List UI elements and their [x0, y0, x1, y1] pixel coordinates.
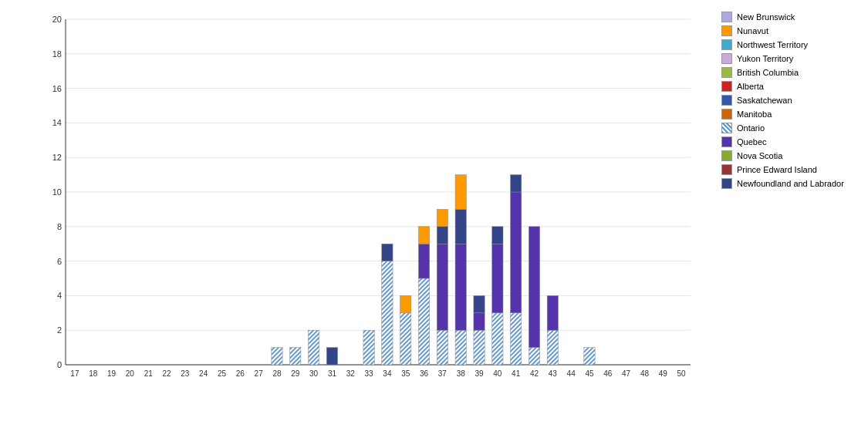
svg-text:40: 40 — [493, 369, 502, 378]
svg-rect-63 — [326, 348, 337, 365]
svg-text:2: 2 — [57, 325, 62, 335]
svg-rect-85 — [492, 227, 503, 244]
chart-svg: 0246810121416182017181920212223242526272… — [42, 15, 698, 392]
svg-text:24: 24 — [199, 369, 208, 378]
legend-label: Yukon Territory — [737, 54, 793, 63]
chart-inner: 0246810121416182017181920212223242526272… — [42, 15, 698, 392]
svg-text:16: 16 — [52, 84, 62, 93]
svg-text:31: 31 — [328, 369, 337, 378]
svg-rect-87 — [511, 192, 522, 313]
svg-rect-66 — [382, 244, 393, 261]
chart-area: 0246810121416182017181920212223242526272… — [0, 0, 714, 438]
svg-text:23: 23 — [181, 369, 190, 378]
svg-text:26: 26 — [236, 369, 245, 378]
svg-text:32: 32 — [346, 369, 356, 378]
svg-text:37: 37 — [438, 369, 448, 378]
svg-rect-82 — [474, 295, 485, 312]
svg-text:30: 30 — [309, 369, 319, 378]
legend-label: Saskatchewan — [737, 96, 792, 105]
legend-item: Quebec — [721, 136, 860, 147]
svg-text:33: 33 — [365, 369, 374, 378]
svg-text:28: 28 — [272, 369, 282, 378]
legend-color-box — [721, 109, 732, 120]
legend: New BrunswickNunavutNorthwest TerritoryY… — [714, 0, 868, 438]
svg-rect-71 — [418, 227, 429, 244]
legend-item: Nova Scotia — [721, 150, 860, 161]
svg-text:17: 17 — [70, 369, 79, 378]
legend-item: Nunavut — [721, 25, 860, 36]
legend-item: Prince Edward Island — [721, 164, 860, 175]
legend-item: Northwest Territory — [721, 39, 860, 50]
svg-rect-69 — [418, 278, 429, 365]
legend-label: Nova Scotia — [737, 151, 782, 160]
svg-rect-73 — [437, 244, 448, 330]
legend-item: Yukon Territory — [721, 53, 860, 64]
legend-item: Newfoundland and Labrador — [721, 178, 860, 189]
legend-label: Nunavut — [737, 26, 768, 35]
svg-rect-84 — [492, 244, 503, 313]
svg-text:18: 18 — [52, 49, 62, 59]
svg-text:10: 10 — [52, 187, 62, 197]
svg-rect-89 — [529, 348, 539, 365]
legend-label: British Columbia — [737, 68, 799, 77]
svg-text:22: 22 — [162, 369, 171, 378]
legend-color-box — [721, 123, 732, 133]
svg-text:20: 20 — [52, 15, 62, 24]
svg-text:19: 19 — [107, 369, 117, 378]
svg-text:46: 46 — [603, 369, 613, 378]
legend-label: Alberta — [737, 82, 764, 91]
svg-text:35: 35 — [401, 369, 410, 378]
svg-text:48: 48 — [640, 369, 650, 378]
svg-text:29: 29 — [291, 369, 300, 378]
svg-text:42: 42 — [530, 369, 539, 378]
svg-text:38: 38 — [457, 369, 466, 378]
svg-rect-76 — [455, 330, 466, 365]
svg-rect-90 — [529, 227, 539, 348]
svg-rect-80 — [474, 330, 485, 365]
svg-rect-83 — [492, 313, 503, 365]
legend-label: Prince Edward Island — [737, 165, 817, 174]
legend-item: Saskatchewan — [721, 95, 860, 106]
svg-text:14: 14 — [52, 118, 62, 127]
legend-color-box — [721, 53, 732, 64]
legend-color-box — [721, 25, 732, 36]
svg-text:43: 43 — [549, 369, 558, 378]
svg-rect-68 — [400, 295, 411, 312]
legend-color-box — [721, 136, 732, 147]
svg-text:47: 47 — [622, 369, 631, 378]
svg-text:45: 45 — [585, 369, 594, 378]
svg-text:12: 12 — [52, 153, 62, 162]
svg-rect-81 — [474, 313, 485, 330]
svg-rect-72 — [437, 330, 448, 365]
svg-text:20: 20 — [126, 369, 135, 378]
legend-color-box — [721, 178, 732, 189]
svg-text:49: 49 — [659, 369, 668, 378]
svg-text:18: 18 — [89, 369, 98, 378]
legend-color-box — [721, 39, 732, 50]
legend-label: Quebec — [737, 137, 767, 147]
svg-text:39: 39 — [475, 369, 484, 378]
svg-rect-60 — [272, 348, 282, 365]
svg-rect-91 — [547, 330, 558, 365]
legend-color-box — [721, 95, 732, 106]
svg-rect-78 — [455, 209, 466, 244]
svg-text:21: 21 — [144, 369, 154, 378]
legend-label: Northwest Territory — [737, 40, 808, 49]
svg-rect-92 — [547, 295, 558, 330]
legend-item: Alberta — [721, 81, 860, 92]
legend-color-box — [721, 81, 732, 92]
svg-rect-62 — [308, 330, 319, 365]
svg-rect-75 — [437, 209, 448, 226]
legend-label: Newfoundland and Labrador — [737, 179, 844, 188]
svg-text:6: 6 — [57, 257, 62, 266]
svg-rect-77 — [455, 244, 466, 330]
svg-rect-64 — [363, 330, 374, 365]
svg-rect-65 — [382, 261, 393, 365]
svg-rect-88 — [511, 175, 522, 192]
svg-text:36: 36 — [420, 369, 429, 378]
legend-color-box — [721, 12, 732, 22]
svg-text:41: 41 — [512, 369, 521, 378]
legend-color-box — [721, 150, 732, 161]
svg-text:27: 27 — [255, 369, 264, 378]
legend-label: New Brunswick — [737, 12, 795, 22]
